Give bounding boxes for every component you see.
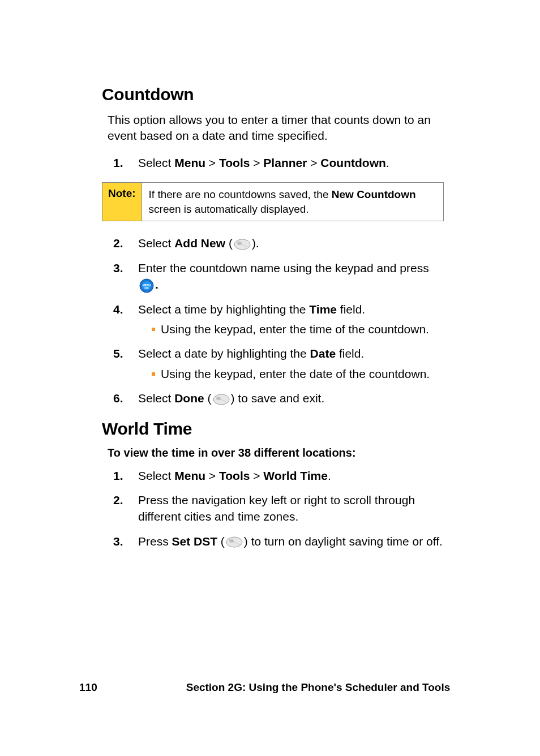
text: Select [138,156,174,169]
section-title: Section 2G: Using the Phone's Scheduler … [153,681,483,694]
world-time-step-2: Press the navigation key left or right t… [108,492,444,525]
menu-label: Menu [174,156,205,169]
world-time-heading: World Time [102,419,444,439]
text: ) to save and exit. [231,392,325,405]
time-field-label: Time [309,303,337,316]
text: Press [138,535,172,548]
separator: > [205,156,219,169]
text: ( [225,237,233,250]
separator: > [250,156,263,169]
world-time-step-1: Select Menu > Tools > World Time. [108,467,444,484]
countdown-step-2: Select Add New (). [108,235,444,251]
countdown-step-6: Select Done () to save and exit. [108,390,444,406]
note-label: Note: [102,183,142,221]
world-time-step-3: Press Set DST () to turn on daylight sav… [108,533,444,549]
text: Enter the countdown name using the keypa… [138,261,429,274]
world-time-label: World Time [263,469,328,482]
softkey-icon [234,239,251,250]
countdown-step-4: Select a time by highlighting the Time f… [108,301,444,338]
tools-label: Tools [219,156,250,169]
text: Select a time by highlighting the [138,303,309,316]
note-box: Note: If there are no countdowns saved, … [102,182,444,221]
text: If there are no countdowns saved, the [149,188,332,200]
add-new-label: Add New [174,237,225,250]
done-label: Done [174,392,204,405]
separator: > [307,156,320,169]
countdown-label: Countdown [320,156,385,169]
text: ) to turn on daylight saving time or off… [244,535,443,548]
svg-text:OK: OK [144,286,149,290]
text: ( [217,535,225,548]
menu-label: Menu [174,469,205,482]
text: ( [204,392,212,405]
page-number: 110 [79,681,153,694]
text: screen is automatically displayed. [149,203,309,215]
set-dst-label: Set DST [172,535,218,548]
countdown-intro: This option allows you to enter a timer … [102,112,444,144]
text: field. [336,347,364,360]
sub-bullet: Using the keypad, enter the time of the … [152,321,444,337]
sub-bullet: Using the keypad, enter the date of the … [152,366,444,382]
countdown-heading: Countdown [102,85,444,104]
countdown-step-5: Select a date by highlighting the Date f… [108,345,444,382]
separator: > [250,469,263,482]
softkey-icon [226,536,243,548]
world-time-subheading: To view the time in over 38 different lo… [108,446,444,459]
text: field. [337,303,365,316]
text: . [328,469,331,482]
tools-label: Tools [219,469,250,482]
note-text: If there are no countdowns saved, the Ne… [142,183,443,221]
date-field-label: Date [310,347,336,360]
text: Select a date by highlighting the [138,347,310,360]
separator: > [205,469,219,482]
text: . [386,156,389,169]
planner-label: Planner [263,156,307,169]
softkey-icon [213,394,230,405]
page-footer: 110 Section 2G: Using the Phone's Schedu… [0,681,540,694]
countdown-step-1: Select Menu > Tools > Planner > Countdow… [108,154,444,171]
text: Select [138,237,174,250]
ok-button-icon: MENUOK [139,278,154,293]
text: . [155,278,158,291]
text: ). [252,237,259,250]
countdown-step-3: Enter the countdown name using the keypa… [108,260,444,293]
text: Select [138,469,174,482]
new-countdown-label: New Countdown [332,188,416,200]
text: Select [138,392,174,405]
